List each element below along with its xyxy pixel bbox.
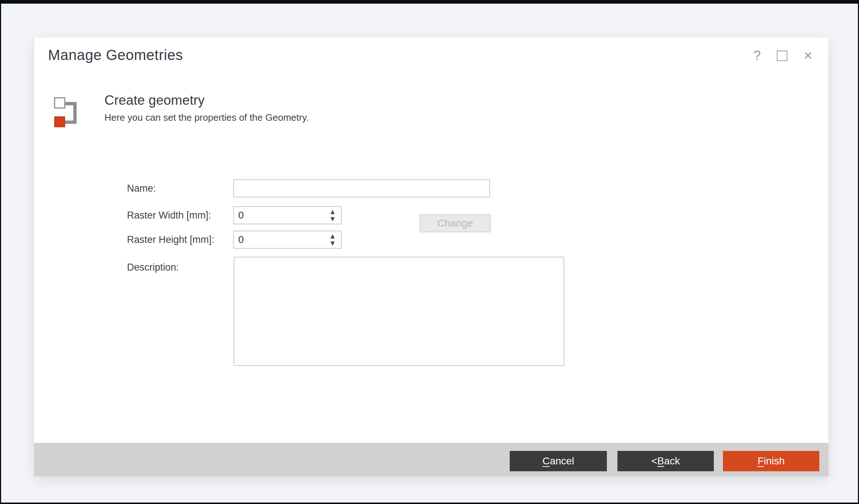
spinner-up-icon[interactable]: ▲ <box>330 233 335 239</box>
raster-height-label: Raster Height [mm]: <box>127 233 214 246</box>
back-button[interactable]: < Back <box>617 451 714 471</box>
spinner-down-icon[interactable]: ▼ <box>330 216 335 222</box>
page-title: Create geometry <box>104 93 205 108</box>
name-input[interactable] <box>233 179 490 197</box>
spinner-down-icon[interactable]: ▼ <box>330 241 335 246</box>
description-label: Description: <box>127 261 179 273</box>
raster-width-label: Raster Width [mm]: <box>127 209 211 221</box>
raster-height-spinner: ▲ ▼ <box>233 231 342 249</box>
orange-node-square <box>55 117 65 127</box>
change-button[interactable]: Change <box>419 214 491 232</box>
maximize-button[interactable] <box>777 51 787 61</box>
close-icon: ✕ <box>803 50 813 61</box>
spinner-up-icon[interactable]: ▲ <box>330 209 335 215</box>
white-node-square <box>55 98 65 108</box>
raster-width-spin-buttons: ▲ ▼ <box>328 206 337 224</box>
dialog-footer: Cancel < Back Finish <box>34 443 828 476</box>
desktop-background: Manage Geometries ? ✕ Create geometry He… <box>1 4 858 503</box>
titlebar-buttons: ? ✕ <box>753 48 813 63</box>
page-subtitle: Here you can set the properties of the G… <box>104 112 309 123</box>
raster-width-input[interactable] <box>233 206 342 224</box>
raster-height-input[interactable] <box>233 231 342 249</box>
name-label: Name: <box>127 182 156 195</box>
window-title: Manage Geometries <box>48 47 183 63</box>
close-button[interactable]: ✕ <box>803 50 813 61</box>
cancel-button[interactable]: Cancel <box>510 451 607 471</box>
description-textarea[interactable] <box>234 257 564 366</box>
create-geometry-step-icon <box>53 97 78 128</box>
raster-height-spin-buttons: ▲ ▼ <box>328 231 337 249</box>
maximize-icon <box>777 51 787 61</box>
raster-width-spinner: ▲ ▼ <box>233 206 342 224</box>
connector-line <box>64 104 75 122</box>
finish-button[interactable]: Finish <box>723 451 819 471</box>
help-icon: ? <box>753 49 761 62</box>
manage-geometries-dialog: Manage Geometries ? ✕ Create geometry He… <box>34 37 829 477</box>
help-button[interactable]: ? <box>753 49 761 62</box>
